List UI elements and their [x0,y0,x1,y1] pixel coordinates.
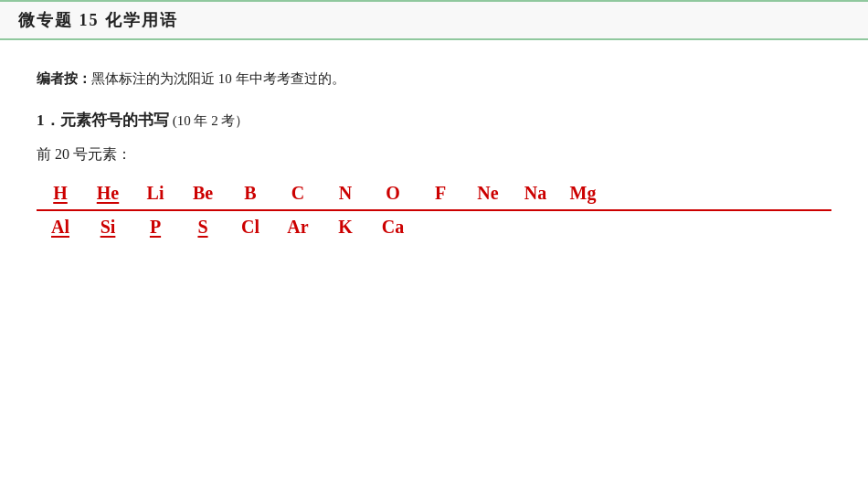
section1-title: 1．元素符号的书写 [37,112,169,129]
element-C: C [274,183,322,206]
element-Ar: Ar [274,217,322,239]
element-K: K [322,217,369,239]
element-O: O [369,183,417,206]
element-Si: Si [84,217,132,239]
element-H: H [37,183,84,206]
editor-note: 编者按：黑体标注的为沈阳近 10 年中考考查过的。 [37,68,831,91]
element-Li: Li [132,183,179,206]
element-S: S [179,217,227,239]
element-Na: Na [512,183,559,206]
content-area: 编者按：黑体标注的为沈阳近 10 年中考考查过的。 1．元素符号的书写 (10 … [0,40,868,489]
element-Cl: Cl [227,217,274,239]
element-He: He [84,183,132,206]
header-bar: 微专题 15 化学用语 [0,0,868,40]
editor-note-text: 黑体标注的为沈阳近 10 年中考考查过的。 [91,71,345,86]
element-N: N [322,183,369,206]
element-Mg: Mg [559,183,607,206]
section1-subtitle: (10 年 2 考） [173,113,249,128]
editor-note-prefix: 编者按： [37,71,91,86]
element-Ca: Ca [369,217,417,239]
element-Be: Be [179,183,227,206]
element-P: P [132,217,179,239]
page-container: 微专题 15 化学用语 编者按：黑体标注的为沈阳近 10 年中考考查过的。 1．… [0,0,868,489]
section-title: 1．元素符号的书写 (10 年 2 考） [37,108,831,133]
elements-row1: H He Li Be B C N O F Ne Na Mg [37,183,831,211]
header-title: 微专题 15 化学用语 [18,9,178,31]
elements-row2: Al Si P S Cl Ar K Ca [37,217,831,243]
element-F: F [417,183,464,206]
element-Ne: Ne [464,183,512,206]
element-Al: Al [37,217,84,239]
elements-block: H He Li Be B C N O F Ne Na Mg Al Si P S [37,183,831,243]
element-B: B [227,183,274,206]
sub-title: 前 20 号元素： [37,145,831,165]
